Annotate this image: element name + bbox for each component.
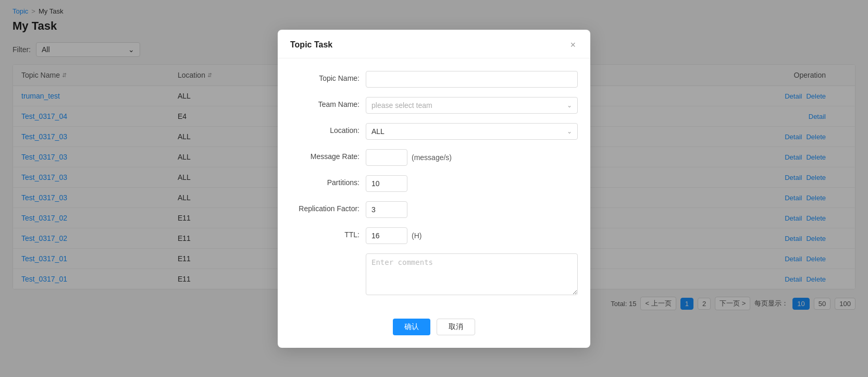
field-topic-name: Topic Name: — [290, 71, 578, 88]
location-chevron-icon: ⌄ — [567, 128, 572, 135]
control-message-rate: (message/s) — [366, 149, 578, 166]
modal-body: Topic Name: Team Name: please select tea… — [278, 58, 590, 310]
control-partitions — [366, 175, 578, 192]
team-select-placeholder: please select team — [371, 101, 432, 110]
ttl-group: (H) — [366, 227, 578, 244]
control-comments — [366, 253, 578, 297]
message-rate-unit: (message/s) — [412, 153, 452, 162]
confirm-button[interactable]: 确认 — [393, 319, 430, 335]
location-select-value: ALL — [371, 127, 385, 136]
label-comments — [290, 253, 366, 257]
label-message-rate: Message Rate: — [290, 149, 366, 161]
field-ttl: TTL: (H) — [290, 227, 578, 244]
field-message-rate: Message Rate: (message/s) — [290, 149, 578, 166]
location-select[interactable]: ALL ⌄ — [366, 123, 578, 140]
field-comments — [290, 253, 578, 297]
team-select[interactable]: please select team ⌄ — [366, 97, 578, 114]
input-ttl[interactable] — [366, 227, 407, 244]
input-message-rate[interactable] — [366, 149, 407, 166]
input-comments[interactable] — [366, 253, 578, 295]
modal-footer: 确认 取消 — [278, 310, 590, 348]
field-location: Location: ALL ⌄ — [290, 123, 578, 140]
field-partitions: Partitions: — [290, 175, 578, 192]
field-replication-factor: Replication Factor: — [290, 201, 578, 218]
input-partitions[interactable] — [366, 175, 407, 192]
input-topic-name[interactable] — [366, 71, 578, 88]
control-location: ALL ⌄ — [366, 123, 578, 140]
label-partitions: Partitions: — [290, 175, 366, 187]
modal-title: Topic Task — [290, 40, 332, 50]
control-replication-factor — [366, 201, 578, 218]
modal-overlay: Topic Task × Topic Name: Team Name: plea… — [0, 0, 868, 377]
label-team-name: Team Name: — [290, 97, 366, 108]
cancel-button[interactable]: 取消 — [437, 319, 475, 335]
label-location: Location: — [290, 123, 366, 135]
message-rate-group: (message/s) — [366, 149, 578, 166]
field-team-name: Team Name: please select team ⌄ — [290, 97, 578, 114]
modal-header: Topic Task × — [278, 30, 590, 58]
control-ttl: (H) — [366, 227, 578, 244]
close-icon[interactable]: × — [568, 39, 578, 51]
input-replication-factor[interactable] — [366, 201, 407, 218]
label-ttl: TTL: — [290, 227, 366, 239]
label-replication-factor: Replication Factor: — [290, 201, 366, 213]
control-team-name: please select team ⌄ — [366, 97, 578, 114]
label-topic-name: Topic Name: — [290, 71, 366, 82]
team-chevron-icon: ⌄ — [567, 102, 572, 109]
topic-task-modal: Topic Task × Topic Name: Team Name: plea… — [278, 30, 590, 348]
ttl-unit: (H) — [412, 232, 421, 240]
control-topic-name — [366, 71, 578, 88]
